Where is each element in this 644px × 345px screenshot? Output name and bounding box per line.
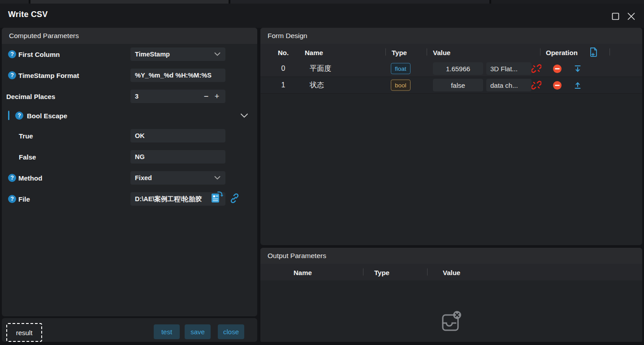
col-type: Type [374,268,389,276]
background-window-segment [30,0,229,4]
background-bottom-strip [0,342,644,345]
col-name: Name [305,48,323,56]
background-window-segment [230,0,489,4]
col-no: No. [277,48,290,56]
timestamp-format-label: TimeStamp Format [18,72,79,79]
link-icon[interactable] [229,193,240,204]
chevron-down-icon [214,52,220,56]
timestamp-format-input[interactable]: %Y_%m_%d %H:%M:%S [130,69,225,82]
value-input[interactable]: 1.65966 [433,62,483,75]
true-input[interactable]: OK [130,129,225,142]
type-badge: float [391,63,411,74]
file-label: File [18,195,30,203]
type-badge: bool [391,80,411,91]
divider [385,48,386,56]
help-icon: ? [8,195,16,203]
output-parameters-panel: Output Parameters Name Type Value [260,248,642,343]
file-value: D:\AE\案例工程\轮胎胶 [135,192,213,206]
empty-data-icon [441,310,462,333]
col-value: Value [443,268,460,276]
method-row: ? Method Fixed [2,171,257,185]
col-operation: Operation [546,48,578,56]
unlink-icon[interactable] [532,64,541,73]
col-value: Value [433,48,450,56]
help-icon: ? [8,71,16,79]
move-down-icon[interactable] [573,64,583,73]
divider [363,268,363,276]
form-design-table-header: No. Name Type Value Operation [260,44,642,60]
divider [427,48,427,56]
first-column-row: ? First Column TimeStamp [2,47,257,61]
true-label: True [19,132,33,140]
background-top-strip [0,0,644,4]
minus-icon[interactable]: − [202,90,210,103]
false-input[interactable]: NG [130,150,225,164]
test-button[interactable]: test [154,324,180,339]
maximize-icon[interactable] [610,11,620,21]
form-design-panel: Form Design No. Name Type Value Operatio… [260,28,642,245]
true-row: True OK [2,129,257,142]
method-value: Fixed [135,171,213,185]
computed-parameters-panel: Computed Parameters ? First Column TimeS… [2,28,257,316]
row-number: 1 [277,81,290,89]
first-column-label: First Column [18,51,60,58]
chevron-down-icon [214,176,220,180]
divider [427,268,428,276]
move-up-icon[interactable] [573,80,583,90]
false-label: False [19,153,36,161]
plus-icon[interactable]: + [213,90,221,103]
decimal-places-label: Decimal Places [6,93,55,100]
true-value: OK [135,129,223,142]
row-number: 0 [277,65,290,73]
file-input[interactable]: D:\AE\案例工程\轮胎胶 [130,192,225,206]
row-name: 平面度 [310,64,331,73]
accent-bar [8,111,9,120]
form-design-header: Form Design [260,28,642,44]
help-icon: ? [8,50,16,58]
dialog-footer: result test save close [2,318,257,342]
method-select[interactable]: Fixed [130,171,225,185]
result-button[interactable]: result [6,323,42,342]
method-label: Method [18,174,42,182]
titlebar: Write CSV [0,4,644,28]
file-row: ? File D:\AE\案例工程\轮胎胶 [2,192,257,206]
collapse-chevron-icon[interactable] [240,113,248,118]
form-design-body: 0平面度float1.659663D Flat...1状态boolfalseda… [260,60,642,245]
bool-escape-row: ? Bool Escape [2,109,257,122]
output-parameters-table-header: Name Type Value [260,264,642,280]
col-type: Type [392,48,407,56]
timestamp-format-row: ? TimeStamp Format %Y_%m_%d %H:%M:%S [2,69,257,82]
save-button[interactable]: save [185,324,211,339]
unlink-icon[interactable] [532,80,541,90]
first-column-value: TimeStamp [135,47,213,61]
computed-parameters-header: Computed Parameters [2,28,257,44]
window-title: Write CSV [8,10,48,19]
help-icon: ? [8,174,16,182]
file-browse-icon[interactable] [209,190,224,204]
remove-row-icon[interactable] [552,64,562,73]
linked-variable-input[interactable]: 3D Flat... [486,62,532,75]
false-row: False NG [2,150,257,164]
background-window-segment [491,0,644,4]
decimal-places-stepper[interactable]: 3 − + [130,90,225,103]
remove-row-icon[interactable] [552,80,562,90]
table-row: 0平面度float1.659663D Flat... [260,60,642,77]
output-parameters-header: Output Parameters [260,248,642,264]
decimal-places-row: Decimal Places 3 − + [2,90,257,103]
close-button[interactable]: close [218,324,244,339]
value-input[interactable]: false [433,79,483,91]
decimal-places-value: 3 [135,90,213,103]
false-value: NG [135,150,223,164]
bool-escape-label: Bool Escape [27,112,67,120]
background-window-segment [0,0,29,4]
timestamp-format-value: %Y_%m_%d %H:%M:%S [135,69,223,82]
computed-parameters-body: ? First Column TimeStamp ? TimeStamp For… [2,44,257,316]
add-row-icon[interactable] [589,47,598,57]
divider [609,48,610,56]
close-icon[interactable] [626,11,636,21]
table-row: 1状态boolfalsedata ch... [260,77,642,94]
row-name: 状态 [310,81,324,90]
first-column-select[interactable]: TimeStamp [130,47,225,61]
linked-variable-input[interactable]: data ch... [486,79,532,91]
divider [540,48,540,56]
